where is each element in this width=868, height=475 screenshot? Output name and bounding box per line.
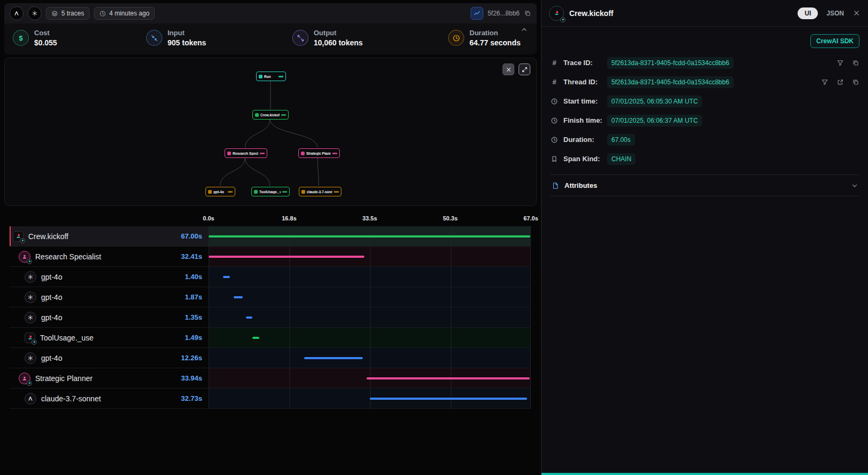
stat-output-value: 10,060 tokens	[314, 38, 363, 47]
graph-node-dot-icon	[255, 113, 259, 117]
span-name: ToolUsage._use	[40, 334, 93, 342]
span-icon	[19, 373, 30, 384]
detail-value: 5f2613da-8371-9405-fcdd-0a1534cc8bb6	[607, 76, 734, 88]
input-tokens-icon	[146, 30, 162, 46]
crewai-icon	[549, 6, 564, 21]
detail-label: Span Kind:	[563, 155, 607, 163]
graph-node-dot-icon	[301, 190, 305, 194]
span-duration: 1.40s	[185, 273, 209, 281]
timeline-rows: Crew.kickoff 67.00s Research Specialist …	[10, 226, 531, 409]
graph-node-research[interactable]: Research Specialist	[225, 148, 267, 158]
attributes-section[interactable]: Attributes	[550, 175, 859, 196]
graph-node-label: Crew.kickoff	[260, 113, 280, 117]
filter-icon[interactable]	[821, 78, 829, 86]
detail-icon	[550, 136, 559, 144]
attributes-label: Attributes	[564, 181, 597, 189]
graph-node-gpt[interactable]: gpt-4o	[205, 187, 235, 196]
stat-duration-label: Duration	[469, 29, 521, 37]
timeline-row-name-cell: Strategic Planner 33.94s	[10, 368, 209, 388]
span-bar	[304, 357, 363, 359]
crewai-badge-icon	[20, 238, 25, 243]
detail-value: CHAIN	[607, 153, 635, 165]
span-bar	[367, 377, 529, 379]
detail-row: Span Kind: CHAIN	[550, 152, 859, 166]
trend-icon-button[interactable]	[471, 7, 483, 20]
timeline-row[interactable]: gpt-4o 1.87s	[10, 287, 531, 307]
stat-output: Output10,060 tokens	[292, 29, 448, 47]
timeline-row[interactable]: gpt-4o 1.35s	[10, 307, 531, 328]
span-duration: 1.49s	[185, 334, 209, 342]
filter-icon[interactable]	[837, 59, 844, 67]
axis-tick: 0.0s	[203, 215, 214, 221]
copy-icon[interactable]	[852, 59, 859, 67]
timeline-row-name-cell: gpt-4o 1.87s	[10, 287, 209, 307]
openai-icon	[25, 271, 36, 283]
timeline-row-name-cell: Crew.kickoff 67.00s	[10, 226, 209, 246]
span-icon	[13, 231, 23, 242]
span-icon	[25, 352, 36, 364]
detail-icon	[550, 117, 559, 124]
detail-value: 67.00s	[607, 134, 635, 146]
span-bar	[209, 235, 530, 238]
external-link-icon[interactable]	[837, 78, 844, 86]
panel-tabs: UI JSON	[798, 7, 861, 19]
stat-output-label: Output	[314, 29, 363, 37]
timeline-row[interactable]: gpt-4o 1.40s	[10, 267, 531, 287]
trace-topbar: 5 traces 4 minutes ago 5f26...8bb6	[4, 3, 537, 23]
graph-node-tool[interactable]: ToolUsage._use	[251, 187, 290, 196]
crewai-badge-icon	[560, 17, 566, 22]
openai-icon	[28, 6, 42, 20]
graph-close-button[interactable]	[503, 64, 514, 75]
copy-icon[interactable]	[524, 10, 531, 17]
stat-input-label: Input	[168, 29, 206, 37]
graph-node-dot-icon	[301, 152, 305, 155]
timeline-row[interactable]: Research Specialist 32.41s	[10, 247, 531, 267]
graph-expand-button[interactable]	[519, 64, 530, 75]
stat-input: Input905 tokens	[146, 29, 292, 47]
sdk-badge[interactable]: CrewAI SDK	[810, 34, 859, 48]
timeline-row[interactable]: Crew.kickoff 67.00s	[10, 226, 531, 247]
trace-age-label: 4 minutes ago	[109, 10, 149, 17]
tab-ui[interactable]: UI	[798, 7, 818, 19]
trace-age-chip[interactable]: 4 minutes ago	[94, 7, 155, 20]
trace-overview-pane: 5 traces 4 minutes ago 5f26...8bb6 $ Cos…	[0, 0, 541, 475]
graph-node-claude[interactable]: claude-3.7-sonnet	[299, 187, 341, 196]
span-name: claude-3.7-sonnet	[41, 394, 101, 403]
trace-graph-canvas[interactable]: RunCrew.kickoffResearch SpecialistStrate…	[4, 58, 537, 206]
timeline-row-name-cell: gpt-4o 12.26s	[10, 348, 209, 368]
graph-node-dot-icon	[227, 152, 231, 155]
chevron-down-icon[interactable]	[851, 182, 858, 189]
span-name: gpt-4o	[41, 313, 62, 322]
trace-header-card: 5 traces 4 minutes ago 5f26...8bb6 $ Cos…	[4, 3, 537, 54]
traces-count-chip[interactable]: 5 traces	[46, 7, 90, 20]
detail-icon	[550, 155, 559, 163]
detail-row: Duration: 67.00s	[550, 132, 859, 147]
timeline-row[interactable]: ToolUsage._use 1.49s	[10, 328, 531, 348]
agent-icon	[19, 251, 30, 263]
graph-node-strategic[interactable]: Strategic Planner	[298, 148, 340, 158]
timeline-axis: 0.0s 16.8s 33.5s 50.3s 67.0s	[10, 213, 531, 226]
span-waterfall: 0.0s 16.8s 33.5s 50.3s 67.0s Crew.kickof…	[10, 213, 531, 409]
stat-cost-value: $0.055	[34, 38, 57, 47]
detail-row: Start time: 07/01/2025, 06:05:30 AM UTC	[550, 94, 859, 108]
graph-node-crew[interactable]: Crew.kickoff	[252, 110, 289, 120]
timeline-row[interactable]: claude-3.7-sonnet 32.73s	[10, 389, 531, 409]
copy-icon[interactable]	[852, 78, 859, 86]
span-duration: 12.26s	[181, 354, 209, 362]
clock-icon	[99, 10, 106, 17]
detail-label: Finish time:	[563, 116, 607, 124]
stats-collapse-button[interactable]	[520, 26, 528, 34]
timeline-row-track	[209, 247, 531, 266]
traces-count-label: 5 traces	[61, 10, 84, 17]
detail-row: # Thread ID: 5f2613da-8371-9405-fcdd-0a1…	[550, 75, 859, 89]
tab-json[interactable]: JSON	[826, 10, 844, 17]
timeline-row-track	[209, 389, 531, 408]
timeline-row-name-cell: gpt-4o 1.40s	[10, 267, 209, 287]
timeline-row[interactable]: gpt-4o 12.26s	[10, 348, 531, 368]
panel-title: Crew.kickoff	[569, 9, 614, 18]
graph-controls	[503, 64, 530, 75]
panel-close-button[interactable]	[853, 9, 861, 17]
timeline-row[interactable]: Strategic Planner 33.94s	[10, 368, 531, 389]
crewai-logo-icon	[549, 6, 564, 21]
graph-node-run[interactable]: Run	[256, 72, 286, 81]
